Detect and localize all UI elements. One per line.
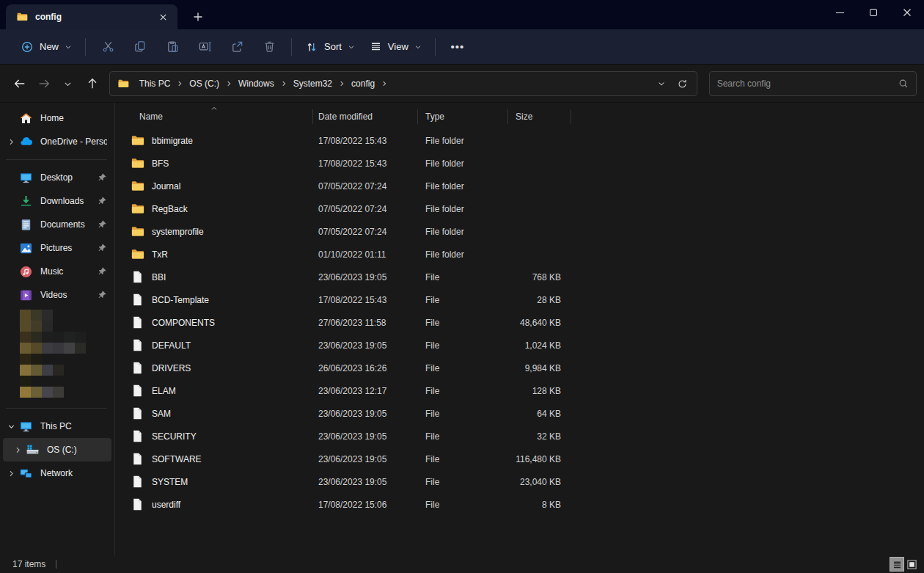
file-type: File: [418, 318, 508, 328]
minimize-button[interactable]: [823, 0, 857, 25]
delete-button[interactable]: [253, 34, 285, 59]
sidebar-item-videos[interactable]: Videos: [3, 283, 111, 307]
back-button[interactable]: [7, 72, 32, 95]
chevron-down-icon[interactable]: [3, 423, 19, 431]
breadcrumb-chevron-icon[interactable]: [175, 80, 185, 87]
share-button[interactable]: [221, 34, 253, 59]
column-header-name[interactable]: Name: [115, 109, 313, 124]
more-options-button[interactable]: •••: [441, 34, 474, 59]
paste-button[interactable]: [156, 34, 188, 59]
file-type: File: [418, 272, 508, 282]
sidebar-item-network[interactable]: Network: [3, 461, 111, 485]
file-row-bfs[interactable]: BFS17/08/2022 15:43File folder: [115, 152, 924, 175]
breadcrumb-chevron-icon[interactable]: [379, 80, 389, 87]
file-row-bcd-template[interactable]: BCD-Template17/08/2022 15:43File28 KB: [115, 288, 924, 311]
file-size: 768 KB: [508, 272, 571, 282]
address-dropdown-button[interactable]: [651, 72, 672, 95]
details-view-button[interactable]: [890, 558, 903, 571]
thumbnails-view-button[interactable]: [905, 558, 918, 571]
pin-icon: [97, 196, 107, 206]
address-bar[interactable]: This PCOS (C:)WindowsSystem32config: [109, 71, 697, 96]
file-size: 32 KB: [508, 431, 571, 442]
chevron-right-icon[interactable]: [10, 446, 26, 454]
file-size: 64 KB: [508, 409, 571, 419]
sidebar-item-music[interactable]: Music: [3, 260, 111, 283]
copy-button[interactable]: [124, 34, 156, 59]
file-type: File folder: [418, 249, 508, 260]
rename-button[interactable]: [188, 34, 221, 59]
file-row-components[interactable]: COMPONENTS27/06/2023 11:58File48,640 KB: [115, 311, 924, 334]
date-modified: 17/08/2022 15:43: [313, 295, 418, 305]
new-tab-button[interactable]: [186, 7, 210, 27]
file-row-bbimigrate[interactable]: bbimigrate17/08/2022 15:43File folder: [115, 129, 924, 152]
file-name-cell: BBI: [115, 270, 313, 284]
column-header-type[interactable]: Type: [418, 109, 508, 124]
file-row-system[interactable]: SYSTEM23/06/2023 19:05File23,040 KB: [115, 470, 924, 493]
tab-close-icon[interactable]: [154, 8, 172, 26]
view-button[interactable]: View: [362, 34, 429, 59]
file-row-journal[interactable]: Journal07/05/2022 07:24File folder: [115, 175, 924, 197]
file-row-drivers[interactable]: DRIVERS26/06/2023 16:26File9,984 KB: [115, 357, 924, 379]
sidebar-item-onedrive-persona[interactable]: OneDrive - Persona: [3, 130, 111, 153]
folder-icon: [117, 78, 129, 90]
file-row-default[interactable]: DEFAULT23/06/2023 19:05File1,024 KB: [115, 334, 924, 357]
file-row-sam[interactable]: SAM23/06/2023 19:05File64 KB: [115, 402, 924, 425]
breadcrumb-item[interactable]: OS (C:): [185, 76, 224, 92]
search-input[interactable]: [717, 79, 898, 89]
file-type: File folder: [418, 158, 508, 169]
pin-icon: [97, 290, 107, 300]
breadcrumb-item[interactable]: config: [347, 76, 379, 92]
new-button[interactable]: New: [13, 34, 79, 59]
sidebar-item-os-c[interactable]: OS (C:): [3, 438, 111, 461]
breadcrumb-item[interactable]: This PC: [135, 76, 175, 92]
sidebar-item-label: OneDrive - Persona: [40, 136, 107, 147]
close-button[interactable]: [890, 0, 924, 25]
sidebar-divider: [6, 159, 107, 160]
tab-config[interactable]: config: [6, 4, 177, 29]
breadcrumb-chevron-icon[interactable]: [279, 80, 289, 87]
file-type: File folder: [418, 181, 508, 191]
back-arrow-icon: [13, 77, 26, 90]
file-name-cell: SOFTWARE: [115, 452, 313, 466]
chevron-right-icon[interactable]: [3, 138, 19, 146]
forward-button[interactable]: [32, 72, 56, 95]
refresh-button[interactable]: [672, 72, 694, 95]
maximize-button[interactable]: [857, 0, 890, 25]
sidebar-item-downloads[interactable]: Downloads: [3, 189, 111, 213]
file-name: SAM: [152, 409, 171, 419]
sidebar-item-desktop[interactable]: Desktop: [3, 166, 111, 189]
file-name: TxR: [152, 249, 168, 260]
column-header-date-modified[interactable]: Date modified: [313, 109, 418, 124]
sidebar-item-pictures[interactable]: Pictures: [3, 236, 111, 260]
search-box[interactable]: [709, 71, 917, 96]
file-row-security[interactable]: SECURITY23/06/2023 19:05File32 KB: [115, 425, 924, 448]
file-row-bbi[interactable]: BBI23/06/2023 19:05File768 KB: [115, 266, 924, 288]
file-row-software[interactable]: SOFTWARE23/06/2023 19:05File116,480 KB: [115, 448, 924, 470]
sort-button[interactable]: Sort: [298, 34, 362, 59]
file-name: systemprofile: [152, 227, 204, 237]
recent-locations-button[interactable]: [56, 72, 80, 95]
title-bar: config: [0, 0, 924, 29]
file-size: 28 KB: [508, 295, 571, 305]
breadcrumb-item[interactable]: Windows: [234, 76, 279, 92]
file-row-txr[interactable]: TxR01/10/2022 01:11File folder: [115, 243, 924, 266]
sidebar-item-documents[interactable]: Documents: [3, 213, 111, 236]
column-header-size[interactable]: Size: [508, 109, 571, 124]
breadcrumb-chevron-icon[interactable]: [337, 80, 347, 87]
pin-icon: [97, 172, 107, 183]
toolbar-divider: [291, 38, 292, 56]
file-row-userdiff[interactable]: userdiff17/08/2022 15:06File8 KB: [115, 493, 924, 516]
breadcrumb-item[interactable]: System32: [289, 76, 337, 92]
date-modified: 07/05/2022 07:24: [313, 181, 418, 191]
file-row-systemprofile[interactable]: systemprofile07/05/2022 07:24File folder: [115, 220, 924, 243]
file-type: File folder: [418, 136, 508, 146]
sidebar-item-label: Documents: [40, 219, 97, 230]
sidebar-item-this-pc[interactable]: This PC: [3, 415, 111, 438]
up-button[interactable]: [80, 72, 104, 95]
file-row-regback[interactable]: RegBack07/05/2022 07:24File folder: [115, 197, 924, 220]
cut-button[interactable]: [92, 34, 124, 59]
chevron-right-icon[interactable]: [3, 470, 19, 478]
file-row-elam[interactable]: ELAM23/06/2023 12:17File128 KB: [115, 379, 924, 402]
breadcrumb-chevron-icon[interactable]: [224, 80, 234, 87]
sidebar-item-home[interactable]: Home: [3, 106, 111, 130]
